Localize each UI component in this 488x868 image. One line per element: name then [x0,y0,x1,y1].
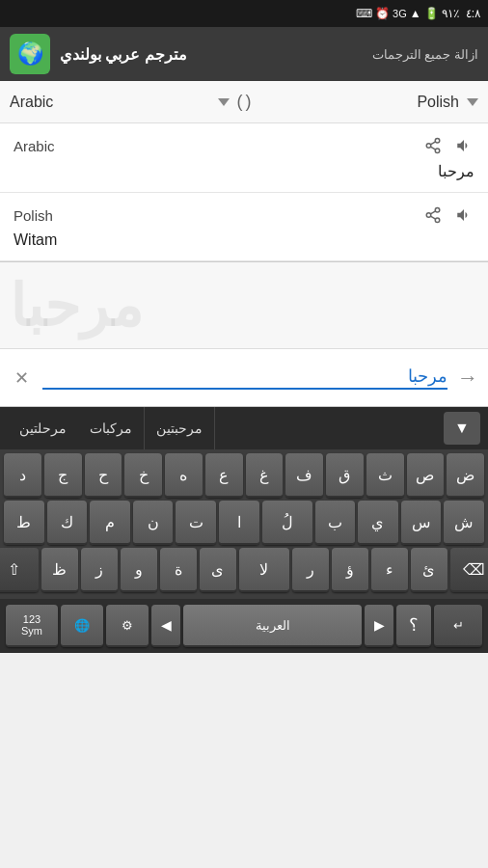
polish-card-icons [422,204,474,226]
key-ra[interactable]: ر [292,548,329,592]
status-icons: ⌨ ⏰ 3G ▲ 🔋 ٩١٪ ٤:٨ [356,7,480,20]
shift-key[interactable]: ⇧ [0,548,39,592]
key-seen[interactable]: س [401,501,442,545]
network-3g: 3G [393,8,407,19]
key-qaf[interactable]: ق [326,453,364,498]
polish-card: Polish Witam [0,193,488,261]
svg-line-8 [430,216,435,219]
key-ta[interactable]: ط [4,501,44,545]
key-meem[interactable]: م [90,501,130,545]
suggestion-0[interactable]: مرحلتين [8,407,78,449]
text-input-wrapper [42,366,447,390]
battery-icon: 🔋 [424,7,439,20]
polish-speaker-icon[interactable] [453,204,474,226]
app-header: 🌍 مترجم عربي بولندي ازالة جميع الترجمات [0,27,488,81]
key-lam-alef2[interactable]: لا [239,548,289,592]
key-tha[interactable]: ث [366,453,404,498]
key-ya-hamza[interactable]: ئ [411,548,447,592]
svg-point-0 [435,139,440,144]
translation-input[interactable] [42,366,447,390]
time-display: ٤:٨ [466,7,480,20]
suggestion-2[interactable]: مرحبتين [145,407,215,449]
source-language-label[interactable]: Arabic [10,94,210,111]
key-kaf[interactable]: ك [47,501,88,545]
key-lam-alef[interactable]: لُ [262,501,312,545]
key-zah[interactable]: ظ [41,548,78,592]
key-zain[interactable]: ز [81,548,118,592]
watermark-text: مرحبا [10,272,143,339]
key-alef-maqsura[interactable]: ى [200,548,236,592]
alarm-icon: ⏰ [375,7,390,20]
key-ba[interactable]: ب [315,501,356,545]
space-key[interactable]: العربية [183,605,362,647]
target-language-label[interactable]: Polish [259,94,460,111]
arabic-speaker-icon[interactable] [453,135,474,156]
key-hamza[interactable]: ء [371,548,408,592]
left-arrow-key[interactable]: ◀ [151,605,180,647]
close-input-button[interactable]: ✕ [10,367,33,389]
svg-point-5 [435,208,440,213]
clear-translations-button[interactable]: ازالة جميع الترجمات [372,47,478,62]
right-arrow-key[interactable]: ▶ [365,605,393,647]
num-sym-key[interactable]: 123 Sym [6,605,58,647]
bottom-bar: 123 Sym 🌐 ⚙ ◀ العربية ▶ ؟ ↵ [0,599,488,653]
go-button[interactable]: → [457,366,478,391]
key-ghain[interactable]: غ [246,453,284,498]
source-dropdown-arrow[interactable] [218,98,230,106]
status-bar: ⌨ ⏰ 3G ▲ 🔋 ٩١٪ ٤:٨ [0,0,488,27]
arabic-card-header: Arabic [14,135,474,156]
signal-icon: ▲ [410,7,421,20]
key-sheen[interactable]: ش [444,501,484,545]
keyboard-icon: ⌨ [356,7,372,20]
target-dropdown-arrow[interactable] [467,98,478,106]
key-noon[interactable]: ن [133,501,174,545]
translation-area: Arabic مرحبا Polish [0,123,488,262]
settings-key[interactable]: ⚙ [106,605,149,647]
keyboard-row-3: ⇧ ظ ز و ة ى لا ر ؤ ء ئ ⌫ [4,548,484,592]
app-logo: 🌍 [10,34,50,74]
polish-card-lang: Polish [14,207,53,224]
battery-percent: ٩١٪ [442,7,459,20]
punct-key[interactable]: ؟ [396,605,431,647]
key-kha[interactable]: خ [124,453,162,498]
arabic-share-icon[interactable] [422,135,444,156]
key-waw[interactable]: و [121,548,157,592]
input-area: ✕ → [0,349,488,407]
key-tah[interactable]: ت [176,501,216,545]
suggestions-bar: مرحلتين مركبات مرحبتين ▼ [0,407,488,449]
arabic-translation-text: مرحبا [14,162,474,180]
close-paren: ) [246,92,252,112]
app-title: مترجم عربي بولندي [60,45,187,64]
key-sad[interactable]: ص [407,453,445,498]
key-alef[interactable]: ا [219,501,259,545]
keyboard: د ج ح خ ه ع غ ف ق ث ص ض ط ك م ن ت ا لُ ب… [0,449,488,599]
key-dal[interactable]: د [4,453,41,498]
suggestion-1[interactable]: مركبات [78,407,145,449]
swap-languages-button[interactable]: ( ) [237,92,252,112]
language-bar: Arabic ( ) Polish [0,81,488,123]
svg-point-7 [435,218,440,223]
key-jeem[interactable]: ج [44,453,82,498]
key-ha[interactable]: ه [165,453,203,498]
collapse-suggestions-button[interactable]: ▼ [444,412,480,445]
key-dad[interactable]: ض [447,453,484,498]
enter-key[interactable]: ↵ [434,605,482,647]
key-ya[interactable]: ي [358,501,398,545]
polish-card-header: Polish [14,204,474,226]
arabic-card: Arabic مرحبا [0,123,488,193]
svg-line-3 [430,147,435,149]
arabic-card-icons [422,135,474,156]
arabic-card-lang: Arabic [14,138,55,154]
key-ain[interactable]: ع [205,453,243,498]
globe-key[interactable]: 🌐 [61,605,103,647]
polish-share-icon[interactable] [422,204,444,226]
key-fa[interactable]: ف [285,453,323,498]
key-hah[interactable]: ح [85,453,122,498]
watermark-area: مرحبا [0,262,488,349]
key-teh-marbuta[interactable]: ة [160,548,197,592]
keyboard-row-2: ط ك م ن ت ا لُ ب ي س ش [4,501,484,545]
backspace-key[interactable]: ⌫ [450,548,489,592]
space-label: العربية [256,618,290,633]
svg-point-6 [426,213,431,218]
key-waw-hamza[interactable]: ؤ [332,548,368,592]
